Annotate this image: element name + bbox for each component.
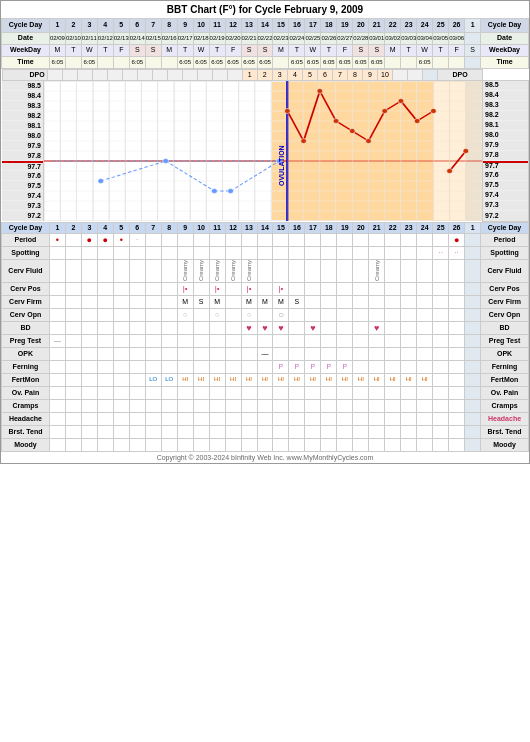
svg-point-70 (447, 169, 453, 174)
svg-point-69 (430, 109, 436, 114)
preg-test-row: Preg Test — (2, 335, 529, 348)
cerv-pos-label: Cerv Pos (2, 283, 50, 296)
spotting-label-right: Spotting (481, 247, 529, 260)
svg-point-64 (349, 129, 355, 134)
cycle-day-label: Cycle Day (2, 19, 50, 33)
cerv-opn-label: Cerv Opn (2, 309, 50, 322)
svg-point-62 (317, 89, 323, 94)
ov-pain-row: Ov. Pain Ov. Pain (2, 387, 529, 400)
cerv-fluid-label: Cerv Fluid (2, 260, 50, 283)
ferning-row: Ferning P P P P P (2, 361, 529, 374)
headache-label-right: Headache (481, 413, 529, 426)
time-label: Time (2, 57, 50, 69)
headache-label: Headache (2, 413, 50, 426)
svg-point-67 (398, 99, 404, 104)
cerv-firm-row: Cerv Firm M S M M M M S (2, 296, 529, 309)
period-row: Period • ● ● • · ● (2, 234, 529, 247)
time-row: Time 6:05 6:05 6:05 6:05 6:05 6:05 6:05 … (2, 57, 529, 69)
date-label: Date (2, 33, 50, 45)
svg-point-66 (382, 109, 388, 114)
moody-row: Moody Moody (2, 439, 529, 452)
ferning-label: Ferning (2, 361, 50, 374)
svg-point-63 (333, 119, 339, 124)
opk-label-right: OPK (481, 348, 529, 361)
cerv-fluid-label-right: Cerv Fluid (481, 260, 529, 283)
moody-label: Moody (2, 439, 50, 452)
cycle-day-label-right: Cycle Day (481, 19, 529, 33)
bd-row: BD ♥ ♥ ♥ ♥ ♥ (2, 322, 529, 335)
fertmon-row: FertMon LO LO HI HI HI HI HI HI HI HI HI… (2, 374, 529, 387)
bbt-graph-svg-row: 98.5 98.4 98.3 98.2 98.1 98.0 97.9 97.8 (2, 81, 528, 222)
brst-tend-row: Brst. Tend Brst. Tend (2, 426, 529, 439)
bbt-graph-row: DPO 1 2 (2, 69, 529, 223)
svg-point-68 (414, 119, 420, 124)
svg-point-58 (228, 189, 234, 194)
spotting-label: Spotting (2, 247, 50, 260)
ov-pain-label: Ov. Pain (2, 387, 50, 400)
dpo-row: DPO 1 2 (2, 70, 528, 81)
chart-title: BBT Chart (F°) for Cycle February 9, 200… (1, 1, 529, 18)
cerv-firm-label-right: Cerv Firm (481, 296, 529, 309)
cramps-label-right: Cramps (481, 400, 529, 413)
moody-label-right: Moody (481, 439, 529, 452)
svg-point-65 (366, 139, 372, 144)
cycle-day-divider-label: Cycle Day (2, 223, 50, 234)
bd-label: BD (2, 322, 50, 335)
cycle-day-header-row: Cycle Day 1 2 3 4 5 6 7 8 9 10 11 12 13 … (2, 19, 529, 33)
bbt-svg-chart: OVULATION (44, 81, 482, 221)
main-table: Cycle Day 1 2 3 4 5 6 7 8 9 10 11 12 13 … (1, 18, 529, 452)
dpo-label-right: DPO (437, 70, 482, 81)
cycle-day-divider-row: Cycle Day 1 2 3 4 5 6 7 8 9 10 11 12 13 … (2, 223, 529, 234)
period-label: Period (2, 234, 50, 247)
svg-text:OVULATION: OVULATION (276, 146, 286, 187)
fertmon-label: FertMon (2, 374, 50, 387)
cerv-pos-label-right: Cerv Pos (481, 283, 529, 296)
svg-point-55 (98, 179, 104, 184)
weekday-label: WeekDay (2, 45, 50, 57)
headache-row: Headache Headache (2, 413, 529, 426)
spotting-row: Spotting ·· ·· (2, 247, 529, 260)
svg-point-61 (301, 139, 307, 144)
bd-label-right: BD (481, 322, 529, 335)
dpo-label: DPO (2, 70, 47, 81)
brst-tend-label-right: Brst. Tend (481, 426, 529, 439)
preg-test-label-right: Preg Test (481, 335, 529, 348)
date-row: Date 02/09 02/10 02/11 02/12 02/13 02/14… (2, 33, 529, 45)
cerv-firm-label: Cerv Firm (2, 296, 50, 309)
ferning-label-right: Ferning (481, 361, 529, 374)
opk-row: OPK — (2, 348, 529, 361)
cerv-opn-row: Cerv Opn ○ ○ ○ ○ (2, 309, 529, 322)
brst-tend-label: Brst. Tend (2, 426, 50, 439)
cerv-pos-row: Cerv Pos |• |• |• |• (2, 283, 529, 296)
copyright-text: Copyright © 2003-2024 bInfinity Web Inc.… (1, 452, 529, 463)
period-label-right: Period (481, 234, 529, 247)
preg-test-label: Preg Test (2, 335, 50, 348)
svg-point-71 (463, 149, 469, 154)
chart-container: BBT Chart (F°) for Cycle February 9, 200… (0, 0, 530, 464)
svg-point-56 (163, 159, 169, 164)
weekday-label-right: WeekDay (481, 45, 529, 57)
svg-point-57 (211, 189, 217, 194)
cramps-row: Cramps Cramps (2, 400, 529, 413)
svg-point-60 (284, 109, 290, 114)
fertmon-label-right: FertMon (481, 374, 529, 387)
ov-pain-label-right: Ov. Pain (481, 387, 529, 400)
weekday-row: WeekDay M T W T F S S M T W T F S S M T … (2, 45, 529, 57)
cycle-day-divider-label-right: Cycle Day (481, 223, 529, 234)
bbt-scale-right: 98.5 98.4 98.3 98.2 98.1 98.0 97.9 97.8 … (483, 81, 528, 222)
cerv-fluid-row: Cerv Fluid Creamy Creamy Creamy Creamy C… (2, 260, 529, 283)
cerv-opn-label-right: Cerv Opn (481, 309, 529, 322)
bbt-graph-table: DPO 1 2 (2, 69, 529, 222)
time-label-right: Time (481, 57, 529, 69)
date-label-right: Date (481, 33, 529, 45)
cramps-label: Cramps (2, 400, 50, 413)
opk-label: OPK (2, 348, 50, 361)
